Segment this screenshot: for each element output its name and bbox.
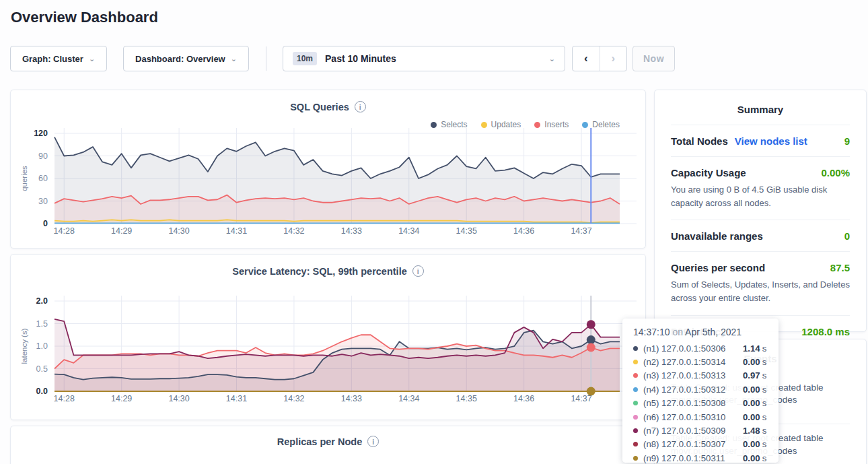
chevron-down-icon: ⌄ bbox=[231, 55, 237, 63]
tooltip-node-address: (n4) 127.0.0.1:50312 bbox=[643, 385, 743, 395]
total-nodes-label: Total Nodes bbox=[671, 135, 728, 147]
graph-dropdown[interactable]: Graph: Cluster ⌄ bbox=[10, 46, 107, 71]
tooltip-node-value: 0.00 bbox=[743, 398, 760, 408]
tooltip-node-unit: s bbox=[762, 357, 767, 367]
tooltip-rows: (n1) 127.0.0.1:503061.14s(n2) 127.0.0.1:… bbox=[633, 341, 768, 464]
time-range-label: Past 10 Minutes bbox=[325, 53, 541, 64]
service-latency-title: Service Latency: SQL, 99th percentile bbox=[232, 266, 407, 277]
tooltip-row: (n5) 127.0.0.1:503080.00s bbox=[633, 397, 768, 410]
graph-dropdown-label: Graph: Cluster bbox=[22, 54, 83, 64]
service-latency-chart[interactable]: 0.00.51.01.52.014:2814:2914:3014:3114:32… bbox=[11, 292, 647, 405]
tooltip-node-value: 0.00 bbox=[743, 357, 760, 367]
view-nodes-list-link[interactable]: View nodes list bbox=[735, 135, 807, 147]
tooltip-node-unit: s bbox=[762, 398, 767, 408]
svg-text:120: 120 bbox=[34, 129, 48, 138]
series-color-dot-icon bbox=[633, 415, 638, 420]
unavailable-ranges-label: Unavailable ranges bbox=[671, 230, 763, 242]
info-icon[interactable]: i bbox=[412, 265, 424, 277]
svg-text:14:32: 14:32 bbox=[283, 226, 304, 236]
tooltip-row: (n1) 127.0.0.1:503061.14s bbox=[633, 341, 768, 355]
svg-text:14:28: 14:28 bbox=[54, 394, 75, 403]
svg-text:0.0: 0.0 bbox=[36, 387, 48, 396]
summary-title: Summary bbox=[671, 90, 850, 125]
service-latency-panel: Service Latency: SQL, 99th percentile i … bbox=[10, 254, 646, 420]
chevron-down-icon: ⌄ bbox=[89, 55, 95, 63]
series-color-dot-icon bbox=[633, 346, 638, 351]
summary-item-capacity-usage: Capacity Usage 0.00% You are using 0 B o… bbox=[671, 156, 850, 220]
svg-text:1.0: 1.0 bbox=[36, 341, 48, 351]
svg-text:60: 60 bbox=[38, 174, 48, 183]
tooltip-node-unit: s bbox=[762, 439, 767, 449]
svg-text:14:33: 14:33 bbox=[341, 394, 362, 403]
tooltip-row: (n6) 127.0.0.1:503100.00s bbox=[633, 410, 768, 424]
replicas-per-node-title: Replicas per Node bbox=[277, 436, 363, 447]
tooltip-node-address: (n9) 127.0.0.1:50311 bbox=[643, 453, 743, 463]
tooltip-row: (n9) 127.0.0.1:503110.00s bbox=[633, 451, 768, 464]
tooltip-node-address: (n8) 127.0.0.1:50307 bbox=[643, 439, 743, 449]
toolbar-divider bbox=[266, 46, 266, 71]
svg-text:14:34: 14:34 bbox=[398, 226, 419, 236]
chevron-down-icon: ⌄ bbox=[549, 55, 555, 63]
tooltip-node-value: 0.00 bbox=[743, 412, 760, 422]
tooltip-timestamp: 14:37:10 on Apr 5th, 2021 bbox=[633, 327, 768, 337]
tooltip-node-unit: s bbox=[762, 385, 767, 395]
dashboard-dropdown[interactable]: Dashboard: Overview ⌄ bbox=[123, 46, 249, 71]
svg-text:14:30: 14:30 bbox=[168, 394, 189, 403]
tooltip-node-unit: s bbox=[762, 343, 767, 354]
tooltip-node-address: (n1) 127.0.0.1:50306 bbox=[643, 343, 743, 354]
svg-text:0: 0 bbox=[43, 219, 48, 228]
tooltip-node-value: 0.97 bbox=[743, 370, 760, 380]
svg-text:14:30: 14:30 bbox=[168, 226, 189, 236]
tooltip-row: (n8) 127.0.0.1:503070.00s bbox=[633, 438, 768, 451]
queries-per-second-description: Sum of Selects, Updates, Inserts, and De… bbox=[671, 278, 850, 305]
tooltip-node-value: 0.00 bbox=[743, 385, 760, 395]
chart-hover-tooltip: 14:37:10 on Apr 5th, 2021 (n1) 127.0.0.1… bbox=[622, 319, 779, 463]
tooltip-node-unit: s bbox=[762, 412, 767, 422]
info-icon[interactable]: i bbox=[367, 436, 379, 447]
series-color-dot-icon bbox=[633, 401, 638, 405]
svg-text:14:32: 14:32 bbox=[283, 394, 304, 403]
tooltip-row: (n2) 127.0.0.1:503140.00s bbox=[633, 355, 768, 368]
tooltip-row: (n4) 127.0.0.1:503120.00s bbox=[633, 383, 768, 396]
tooltip-row: (n3) 127.0.0.1:503130.97s bbox=[633, 369, 768, 383]
tooltip-node-unit: s bbox=[762, 370, 767, 380]
tooltip-node-value: 1.14 bbox=[743, 343, 760, 354]
summary-item-queries-per-second: Queries per second 87.5 Sum of Selects, … bbox=[671, 251, 850, 314]
svg-text:14:37: 14:37 bbox=[571, 226, 591, 236]
series-color-dot-icon bbox=[633, 387, 638, 392]
queries-per-second-value: 87.5 bbox=[830, 262, 850, 273]
tooltip-node-unit: s bbox=[762, 453, 767, 463]
p99-latency-value: 1208.0 ms bbox=[801, 326, 850, 337]
svg-text:1.5: 1.5 bbox=[36, 319, 48, 329]
time-step-buttons: ‹ › bbox=[572, 46, 627, 71]
capacity-usage-value: 0.00% bbox=[821, 167, 850, 178]
svg-text:30: 30 bbox=[38, 197, 48, 206]
time-range-badge: 10m bbox=[293, 52, 317, 65]
svg-text:14:31: 14:31 bbox=[226, 226, 247, 236]
now-button[interactable]: Now bbox=[632, 46, 675, 71]
time-forward-button[interactable]: › bbox=[600, 46, 627, 71]
page-title: Overview Dashboard bbox=[11, 9, 158, 26]
svg-text:14:35: 14:35 bbox=[456, 226, 477, 236]
capacity-usage-label: Capacity Usage bbox=[671, 167, 746, 178]
series-color-dot-icon bbox=[633, 442, 638, 446]
queries-per-second-label: Queries per second bbox=[671, 262, 765, 273]
svg-text:14:35: 14:35 bbox=[456, 394, 477, 403]
series-color-dot-icon bbox=[633, 428, 638, 433]
svg-text:14:36: 14:36 bbox=[513, 226, 534, 236]
tooltip-node-address: (n2) 127.0.0.1:50314 bbox=[643, 357, 743, 367]
tooltip-row: (n7) 127.0.0.1:503091.48s bbox=[633, 424, 768, 437]
tooltip-node-address: (n6) 127.0.0.1:50310 bbox=[643, 412, 743, 422]
svg-text:14:29: 14:29 bbox=[111, 226, 132, 236]
tooltip-node-address: (n7) 127.0.0.1:50309 bbox=[643, 426, 743, 436]
tooltip-node-address: (n3) 127.0.0.1:50313 bbox=[643, 370, 743, 380]
info-icon[interactable]: i bbox=[355, 101, 366, 112]
tooltip-node-value: 0.00 bbox=[743, 453, 760, 463]
svg-text:14:36: 14:36 bbox=[513, 394, 534, 403]
tooltip-node-unit: s bbox=[762, 426, 767, 436]
sql-queries-chart[interactable]: 030609012014:2814:2914:3014:3114:3214:33… bbox=[11, 124, 647, 237]
time-range-dropdown[interactable]: 10m Past 10 Minutes ⌄ bbox=[283, 46, 565, 71]
tooltip-node-address: (n5) 127.0.0.1:50308 bbox=[643, 398, 743, 408]
time-back-button[interactable]: ‹ bbox=[573, 46, 600, 71]
svg-text:queries: queries bbox=[20, 166, 28, 191]
